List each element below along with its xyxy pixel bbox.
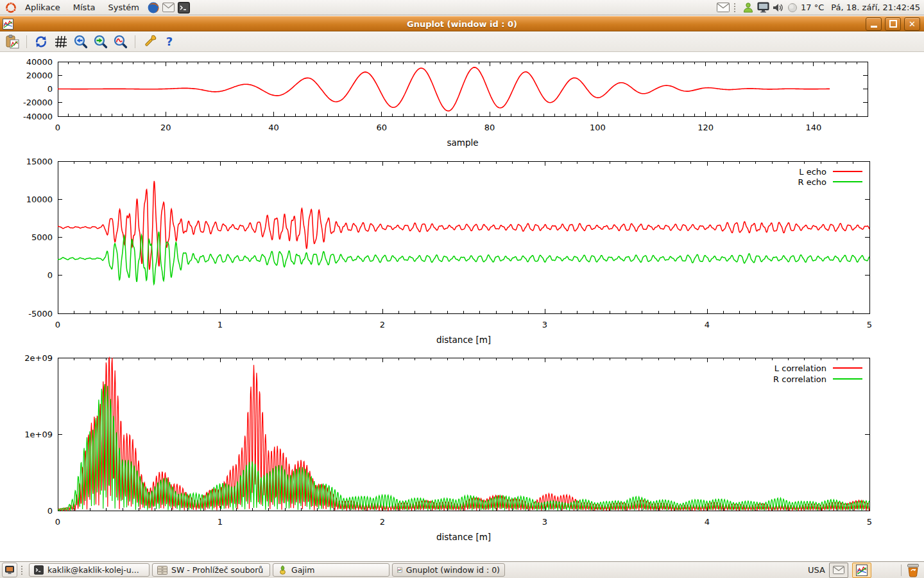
user-switch-icon[interactable] bbox=[742, 2, 754, 13]
configure-button[interactable] bbox=[141, 33, 158, 50]
chart-2: 01234501e+092e+09distance [m]L correlati… bbox=[24, 353, 872, 543]
copy-to-clipboard-button[interactable] bbox=[4, 33, 21, 50]
y-tick-label: 0 bbox=[47, 84, 53, 94]
x-tick-label: 80 bbox=[484, 123, 495, 132]
y-tick-label: -40000 bbox=[23, 112, 53, 121]
task-label: kaklik@kaklik-kolej-u... bbox=[47, 565, 139, 575]
y-tick-label: 0 bbox=[47, 270, 53, 280]
y-tick-label: 5000 bbox=[31, 232, 53, 242]
mail-notification-icon[interactable] bbox=[717, 3, 730, 12]
x-tick-label: 0 bbox=[55, 320, 60, 329]
firefox-icon[interactable] bbox=[146, 1, 160, 15]
x-tick-label: 60 bbox=[377, 123, 388, 132]
x-tick-label: 1 bbox=[218, 320, 223, 329]
close-button[interactable]: ✕ bbox=[904, 17, 920, 31]
trash-icon[interactable] bbox=[905, 563, 921, 577]
temperature-label[interactable]: 17 °C bbox=[801, 3, 824, 12]
show-desktop-button[interactable] bbox=[2, 563, 17, 577]
series-l-correlation bbox=[58, 358, 869, 511]
task-label: Gajim bbox=[291, 565, 314, 575]
help-button[interactable]: ? bbox=[161, 33, 178, 50]
legend-label: L correlation bbox=[774, 363, 826, 373]
legend-label: R echo bbox=[798, 177, 826, 187]
x-tick-label: 4 bbox=[705, 320, 710, 329]
clock-label[interactable]: Pá, 18. září, 21:42:45 bbox=[831, 3, 920, 12]
grid-button[interactable] bbox=[53, 33, 69, 50]
x-tick-label: 3 bbox=[542, 320, 547, 329]
x-tick-label: 40 bbox=[268, 123, 279, 132]
x-axis-label: distance [m] bbox=[436, 532, 491, 542]
svg-text:?: ? bbox=[166, 35, 173, 48]
x-tick-label: 0 bbox=[55, 123, 60, 132]
gnuplot-toolbar: ? bbox=[0, 32, 924, 52]
y-tick-label: -5000 bbox=[28, 309, 53, 319]
y-tick-label: 20000 bbox=[26, 71, 53, 80]
x-tick-label: 0 bbox=[55, 517, 60, 527]
legend-label: L echo bbox=[799, 167, 826, 177]
gnuplot-plot-area[interactable]: 020406080100120140-40000-200000200004000… bbox=[0, 53, 924, 561]
mail-icon[interactable] bbox=[162, 1, 176, 15]
toolbar-separator bbox=[26, 35, 27, 48]
menu-applications[interactable]: Aplikace bbox=[19, 1, 66, 13]
window-titlebar[interactable]: Gnuplot (window id : 0) ✕ bbox=[0, 16, 924, 31]
minimize-button[interactable] bbox=[866, 17, 882, 31]
desktop: Aplikace Místa Systém bbox=[0, 0, 924, 578]
tray-separator bbox=[901, 565, 902, 576]
y-tick-label: 15000 bbox=[26, 157, 53, 166]
terminal-icon[interactable] bbox=[177, 1, 191, 15]
x-axis-label: distance [m] bbox=[436, 335, 491, 345]
y-tick-label: 2e+09 bbox=[24, 353, 53, 363]
x-tick-label: 5 bbox=[867, 320, 872, 329]
x-tick-label: 2 bbox=[380, 320, 385, 329]
display-icon[interactable] bbox=[757, 2, 769, 13]
tray-handle bbox=[734, 3, 738, 12]
task-terminal[interactable]: kaklik@kaklik-kolej-u... bbox=[29, 563, 150, 577]
task-label: SW - Prohlížeč souborů bbox=[171, 565, 263, 575]
series-signal bbox=[58, 67, 830, 111]
series-r-echo bbox=[58, 232, 869, 285]
window-controls: ✕ bbox=[866, 17, 921, 31]
y-tick-label: 1e+09 bbox=[24, 430, 53, 439]
chart-1: 012345-5000050001000015000distance [m]L … bbox=[26, 157, 873, 346]
menu-system[interactable]: Systém bbox=[102, 1, 144, 13]
ubuntu-logo-icon[interactable] bbox=[4, 1, 18, 15]
gnuplot-plots: 020406080100120140-40000-200000200004000… bbox=[0, 53, 924, 561]
gnuplot-tray-icon[interactable] bbox=[852, 563, 871, 578]
x-tick-label: 100 bbox=[590, 123, 606, 132]
x-tick-label: 2 bbox=[380, 517, 385, 527]
y-tick-label: 0 bbox=[47, 506, 53, 516]
weather-icon[interactable] bbox=[787, 3, 798, 13]
keyboard-layout-indicator[interactable]: USA bbox=[808, 565, 825, 575]
taskbar-tray: USA bbox=[808, 563, 922, 578]
x-tick-label: 4 bbox=[705, 517, 710, 527]
volume-icon[interactable] bbox=[773, 3, 784, 13]
x-tick-label: 3 bbox=[542, 517, 547, 527]
menu-places[interactable]: Místa bbox=[67, 1, 101, 13]
toolbar-separator bbox=[135, 35, 135, 48]
gnome-taskbar: kaklik@kaklik-kolej-u... SW - Prohlížeč … bbox=[0, 561, 924, 578]
mail-tray-button[interactable] bbox=[829, 563, 848, 578]
task-file-browser[interactable]: SW - Prohlížeč souborů bbox=[152, 563, 270, 577]
replot-button[interactable] bbox=[33, 33, 49, 50]
x-tick-label: 120 bbox=[697, 123, 714, 132]
zoom-next-button[interactable] bbox=[92, 33, 109, 50]
x-tick-label: 140 bbox=[805, 123, 821, 132]
autoscale-button[interactable] bbox=[112, 33, 129, 50]
maximize-button[interactable] bbox=[885, 17, 901, 31]
panel-tray: 17 °C Pá, 18. září, 21:42:45 bbox=[717, 2, 920, 13]
task-label: Gnuplot (window id : 0) bbox=[406, 565, 500, 575]
taskbar-handle bbox=[21, 566, 25, 575]
panel-left: Aplikace Místa Systém bbox=[4, 1, 191, 15]
x-tick-label: 5 bbox=[867, 517, 872, 527]
x-axis-label: sample bbox=[447, 137, 478, 148]
chart-0: 020406080100120140-40000-200000200004000… bbox=[23, 57, 868, 148]
gnome-top-panel: Aplikace Místa Systém bbox=[0, 0, 924, 15]
x-tick-label: 20 bbox=[160, 123, 171, 132]
task-gajim[interactable]: Gajim bbox=[273, 563, 389, 577]
task-gnuplot[interactable]: Gnuplot (window id : 0) bbox=[392, 563, 505, 577]
y-tick-label: 10000 bbox=[26, 195, 53, 204]
legend-label: R correlation bbox=[773, 374, 826, 384]
x-tick-label: 1 bbox=[218, 517, 223, 527]
zoom-previous-button[interactable] bbox=[73, 33, 89, 50]
y-tick-label: -20000 bbox=[23, 98, 53, 107]
